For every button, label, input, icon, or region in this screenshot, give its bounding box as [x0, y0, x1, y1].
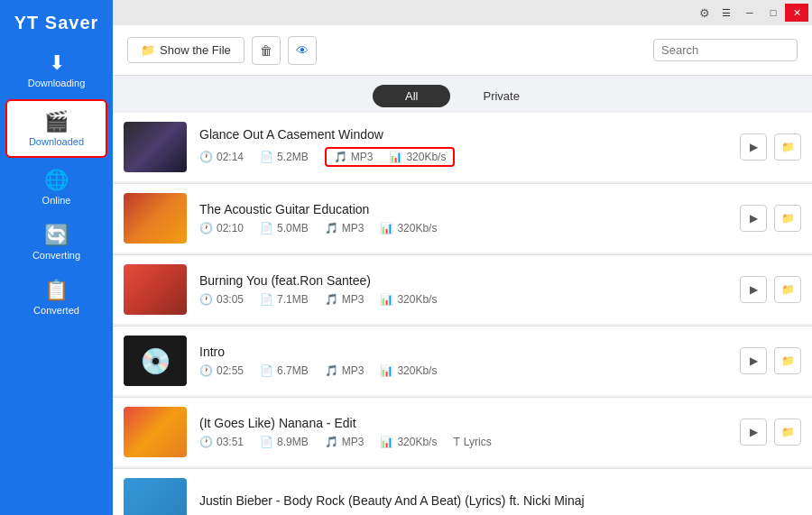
tab-all[interactable]: All — [373, 85, 450, 107]
track-thumbnail — [124, 122, 187, 172]
track-meta: 🕐 02:55 📄 6.7MB 🎵 MP3 📊 320Kb/s — [199, 364, 729, 377]
settings-button[interactable]: ⚙ — [695, 4, 715, 22]
track-info: (It Goes Like) Nanana - Edit 🕐 03:51 📄 8… — [199, 416, 729, 448]
titlebar: ⚙ ☰ ─ □ ✕ — [113, 0, 812, 25]
track-format: 🎵 MP3 — [334, 151, 374, 163]
delete-button[interactable]: 🗑 — [252, 36, 281, 65]
format-highlight-box: 🎵 MP3 📊 320Kb/s — [325, 147, 456, 167]
play-button[interactable]: ▶ — [740, 205, 767, 232]
list-icon: 📋 — [44, 279, 69, 302]
menu-button[interactable]: ☰ — [715, 4, 738, 22]
film-icon: 🎬 — [44, 110, 69, 133]
file-icon: 📄 — [260, 364, 273, 377]
clock-icon: 🕐 — [199, 222, 213, 235]
cd-icon: 💿 — [140, 346, 171, 376]
sidebar-item-label: Converted — [33, 305, 79, 316]
sidebar-item-downloaded[interactable]: 🎬 Downloaded — [5, 99, 107, 158]
play-button[interactable]: ▶ — [740, 418, 767, 446]
trash-icon: 🗑 — [260, 43, 272, 58]
track-actions: ▶ 📁 — [740, 347, 801, 374]
track-actions: ▶ 📁 — [740, 133, 801, 161]
track-meta: 🕐 02:14 📄 5.2MB 🎵 MP3 📊 — [199, 147, 729, 167]
sidebar-item-label: Online — [42, 195, 71, 206]
clock-icon: 🕐 — [199, 436, 213, 448]
track-format: 🎵 MP3 — [325, 293, 364, 306]
track-thumbnail — [124, 407, 187, 457]
track-duration: 🕐 02:14 — [199, 151, 244, 163]
file-icon: 📄 — [260, 293, 273, 306]
track-size: 📄 7.1MB — [260, 293, 309, 306]
eye-icon: 👁 — [296, 43, 309, 58]
search-box[interactable] — [653, 39, 798, 61]
folder-icon: 📁 — [141, 43, 155, 57]
play-button[interactable]: ▶ — [740, 276, 767, 303]
track-info: Glance Out A Casement Window 🕐 02:14 📄 5… — [199, 127, 729, 167]
file-icon: 📄 — [260, 151, 273, 163]
search-input[interactable] — [661, 43, 789, 57]
track-format: 🎵 MP3 — [325, 222, 364, 235]
clock-icon: 🕐 — [199, 293, 213, 306]
track-title: Justin Bieber - Body Rock (Beauty And A … — [199, 493, 801, 508]
folder-button[interactable]: 📁 — [774, 276, 801, 303]
track-thumbnail — [124, 193, 187, 244]
track-quality: 📊 320Kb/s — [380, 293, 437, 306]
folder-button[interactable]: 📁 — [774, 418, 801, 446]
list-item: (It Goes Like) Nanana - Edit 🕐 03:51 📄 8… — [113, 398, 812, 466]
track-title: Burning You (feat.Ron Santee) — [199, 273, 729, 288]
lyrics-icon: T — [453, 436, 459, 448]
sidebar-item-label: Downloaded — [29, 136, 84, 147]
close-button[interactable]: ✕ — [785, 4, 808, 22]
track-thumbnail — [124, 264, 187, 315]
show-file-label: Show the File — [160, 43, 231, 57]
track-actions: ▶ 📁 — [740, 418, 801, 446]
clock-icon: 🕐 — [199, 364, 213, 377]
track-actions: ▶ 📁 — [740, 205, 801, 232]
folder-button[interactable]: 📁 — [774, 347, 801, 374]
track-lyrics: T Lyrics — [453, 436, 491, 448]
list-item: Glance Out A Casement Window 🕐 02:14 📄 5… — [113, 113, 812, 181]
folder-button[interactable]: 📁 — [774, 205, 801, 232]
tab-private[interactable]: Private — [450, 85, 551, 107]
track-thumbnail: 💿 — [124, 336, 187, 386]
maximize-button[interactable]: □ — [761, 4, 785, 22]
minimize-button[interactable]: ─ — [738, 4, 761, 22]
list-item: The Acoustic Guitar Education 🕐 02:10 📄 … — [113, 184, 812, 253]
tabs-bar: All Private — [113, 76, 812, 113]
globe-icon: 🌐 — [44, 169, 69, 192]
sidebar-item-downloading[interactable]: ⬇ Downloading — [0, 42, 113, 97]
track-meta: 🕐 03:51 📄 8.9MB 🎵 MP3 📊 320Kb/s — [199, 436, 729, 448]
play-button[interactable]: ▶ — [740, 347, 767, 374]
track-meta: 🕐 02:10 📄 5.0MB 🎵 MP3 📊 320Kb/s — [199, 222, 729, 235]
track-quality: 📊 320Kb/s — [389, 151, 446, 163]
sidebar-item-label: Downloading — [28, 78, 86, 88]
track-size: 📄 5.0MB — [260, 222, 309, 235]
track-title: Intro — [199, 345, 729, 359]
eye-button[interactable]: 👁 — [288, 36, 317, 65]
clock-icon: 🕐 — [199, 151, 213, 163]
quality-icon: 📊 — [380, 222, 393, 235]
sidebar-item-online[interactable]: 🌐 Online — [0, 160, 113, 215]
track-info: Intro 🕐 02:55 📄 6.7MB 🎵 MP3 — [199, 345, 729, 377]
list-item: Justin Bieber - Body Rock (Beauty And A … — [113, 469, 812, 515]
show-file-button[interactable]: 📁 Show the File — [127, 37, 245, 63]
track-thumbnail — [124, 478, 187, 515]
folder-button[interactable]: 📁 — [774, 133, 801, 161]
sidebar-item-converting[interactable]: 🔄 Converting — [0, 215, 113, 270]
convert-icon: 🔄 — [44, 224, 69, 247]
track-size: 📄 6.7MB — [260, 364, 309, 377]
track-title: The Acoustic Guitar Education — [199, 202, 729, 216]
track-meta: 🕐 03:05 📄 7.1MB 🎵 MP3 📊 320Kb/s — [199, 293, 729, 306]
track-size: 📄 8.9MB — [260, 436, 309, 448]
list-item: Burning You (feat.Ron Santee) 🕐 03:05 📄 … — [113, 255, 812, 324]
track-quality: 📊 320Kb/s — [380, 222, 437, 235]
play-button[interactable]: ▶ — [740, 133, 767, 161]
app-logo: YT Saver — [0, 0, 113, 42]
track-quality: 📊 320Kb/s — [380, 364, 437, 377]
quality-icon: 📊 — [380, 364, 393, 377]
sidebar-item-converted[interactable]: 📋 Converted — [0, 270, 113, 325]
list-item: 💿 Intro 🕐 02:55 📄 6.7MB 🎵 MP3 — [113, 326, 812, 395]
track-format: 🎵 MP3 — [325, 364, 364, 377]
track-duration: 🕐 03:51 — [199, 436, 244, 448]
track-format: 🎵 MP3 — [325, 436, 364, 448]
download-icon: ⬇ — [49, 51, 65, 75]
